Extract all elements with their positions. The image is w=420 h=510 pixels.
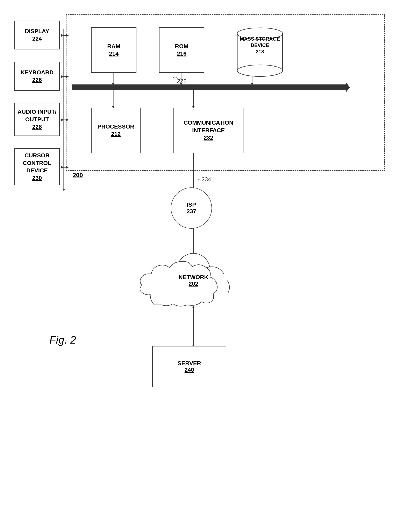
audio-box: AUDIO INPUT/ OUTPUT 228 <box>15 103 60 136</box>
rom-number: 216 <box>177 50 187 57</box>
svg-marker-2 <box>61 34 64 37</box>
cursor-number: 230 <box>32 174 42 182</box>
keyboard-box: KEYBOARD 226 <box>15 62 60 91</box>
keyboard-label: KEYBOARD <box>21 69 53 76</box>
mass-storage-label: MASS STORAGE DEVICE 218 <box>231 36 289 55</box>
rom-label: ROM <box>175 43 188 50</box>
display-box: DISPLAY 224 <box>15 21 60 49</box>
audio-label: AUDIO INPUT/ OUTPUT <box>15 108 59 123</box>
display-label: DISPLAY <box>25 28 49 35</box>
fig-caption-text: Fig. 2 <box>49 334 76 346</box>
processor-number: 212 <box>111 130 121 138</box>
network-label-container: NETWORK 202 <box>138 274 249 287</box>
comm-interface-box: COMMUNICATION INTERFACE 232 <box>173 108 243 153</box>
isp-circle: ISP 237 <box>171 187 212 229</box>
rom-box: ROM 216 <box>159 27 204 73</box>
diagram-container: 222 ~ 234 DISPLAY 224 KEYBOARD 226 AUDIO… <box>8 8 412 502</box>
computer-box-number: 200 <box>73 172 83 178</box>
ram-label: RAM <box>107 43 120 50</box>
server-box: SERVER 240 <box>152 346 226 387</box>
isp-label: ISP <box>187 201 196 208</box>
processor-box: PROCESSOR 212 <box>91 108 141 153</box>
comm-interface-label: COMMUNICATION INTERFACE <box>174 119 243 134</box>
svg-marker-14 <box>61 166 64 169</box>
svg-marker-10 <box>61 119 64 121</box>
svg-point-46 <box>237 65 283 77</box>
cursor-label: CURSOR CONTROL DEVICE <box>15 152 59 174</box>
isp-number: 237 <box>187 208 196 215</box>
server-number: 240 <box>185 367 194 373</box>
comm-interface-number: 232 <box>204 134 213 141</box>
audio-number: 228 <box>32 123 42 131</box>
mass-storage-text: MASS STORAGE DEVICE <box>231 36 289 48</box>
network-number: 202 <box>138 280 249 287</box>
ram-number: 214 <box>109 50 119 57</box>
processor-label: PROCESSOR <box>98 123 134 130</box>
keyboard-number: 226 <box>32 76 42 84</box>
server-label: SERVER <box>178 360 201 367</box>
computer-box: RAM 214 ROM 216 MASS STORAGE DEVICE 218 <box>66 15 385 171</box>
cursor-box: CURSOR CONTROL DEVICE 230 <box>15 148 60 185</box>
network-text: NETWORK <box>138 274 249 280</box>
network-cloud-container: NETWORK 202 <box>138 247 249 313</box>
svg-marker-6 <box>61 75 64 78</box>
mass-storage-number: 218 <box>231 48 289 55</box>
ram-box: RAM 214 <box>91 27 136 73</box>
svg-marker-17 <box>63 189 65 191</box>
display-number: 224 <box>32 35 42 42</box>
fig-caption: Fig. 2 <box>49 334 76 346</box>
svg-text:~ 234: ~ 234 <box>196 176 211 183</box>
mass-storage-container: MASS STORAGE DEVICE 218 <box>231 23 289 81</box>
